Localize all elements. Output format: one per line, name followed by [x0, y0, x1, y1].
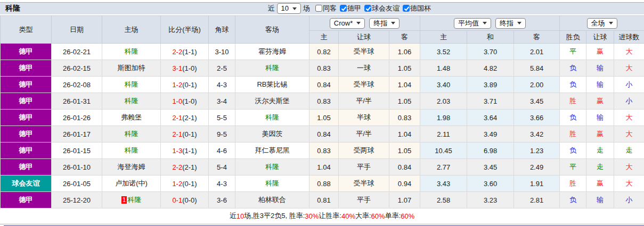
handicap-home-odds-cell: 0.82: [309, 44, 339, 60]
halftime-score: (1-1): [182, 48, 197, 56]
away-team-cell[interactable]: 霍芬海姆: [235, 44, 309, 60]
chevron-down-icon: [356, 22, 361, 24]
date-cell: 26-01-15: [52, 143, 102, 159]
col-header-date: 日期: [52, 16, 102, 44]
match-row: 德甲 26-02-21 科隆 2-2(1-1) 3-10 霍芬海姆 0.82 受…: [1, 44, 644, 60]
handicap-odds-stage-select[interactable]: 终指: [369, 18, 400, 29]
europe-away-odds-cell: 5.84: [514, 60, 560, 77]
away-team-cell[interactable]: 科隆: [235, 110, 309, 126]
summary-value: 60%: [401, 212, 414, 220]
handicap-line-cell: 受半球: [339, 175, 389, 192]
home-team-name: 科隆: [125, 146, 138, 154]
away-team-cell[interactable]: RB莱比锡: [235, 77, 309, 93]
subheader-result-handicap: 让球: [586, 31, 614, 44]
home-team-cell[interactable]: 科隆: [102, 77, 161, 93]
result-goals-cell: 小: [614, 77, 644, 93]
handicap-away-odds-cell: 1.04: [389, 77, 420, 93]
result-wdl-cell: 平: [560, 44, 586, 60]
score-cell: 1-0(1-0): [161, 93, 209, 110]
bookmaker-select[interactable]: Crow*: [330, 18, 365, 29]
home-team-cell[interactable]: 科隆: [102, 44, 161, 60]
europe-away-odds-cell: 3.66: [514, 110, 560, 126]
home-team-cell[interactable]: 科隆: [102, 126, 161, 143]
europe-draw-odds-cell: 6.98: [467, 143, 514, 159]
europe-odds-group-header: 平均值 终指: [420, 16, 560, 31]
halftime-score: (0-1): [182, 81, 197, 89]
average-odds-select[interactable]: 平均值: [454, 18, 491, 29]
corner-cell: 3-4: [209, 93, 235, 110]
summary-value: 10: [237, 212, 244, 220]
result-handicap-cell: 走: [586, 143, 614, 159]
league-cell: 德甲: [1, 159, 52, 175]
handicap-home-odds-cell: 0.83: [309, 60, 339, 77]
league-filter-德甲[interactable]: 德甲: [340, 4, 361, 13]
handicap-line-cell: 受半球: [339, 77, 389, 93]
away-team-cell[interactable]: 沃尔夫斯堡: [235, 93, 309, 110]
checkbox-checked-icon[interactable]: [340, 5, 347, 12]
match-row: 德甲 26-02-08 科隆 1-2(0-1) 4-3 RB莱比锡 0.84 受…: [1, 77, 644, 93]
result-handicap-cell: 走: [586, 159, 614, 175]
home-team-cell[interactable]: 1科隆: [102, 192, 161, 208]
match-count-select[interactable]: 10: [277, 3, 301, 14]
result-handicap-cell: 输: [586, 60, 614, 77]
home-team-cell[interactable]: 斯图加特: [102, 60, 161, 77]
fulltime-score: 1-2: [172, 180, 182, 188]
handicap-line-cell: 平手: [339, 192, 389, 208]
home-team-cell[interactable]: 科隆: [102, 93, 161, 110]
league-cell: 德甲: [1, 93, 52, 110]
near-label: 近: [268, 4, 275, 13]
home-team-cell[interactable]: 弗赖堡: [102, 110, 161, 126]
handicap-away-odds-cell: 0.84: [389, 159, 420, 175]
home-team-cell[interactable]: 科隆: [102, 143, 161, 159]
match-row: 球会友谊 26-01-05 卢加诺(中) 1-2(0-1) 4-3 科隆 0.8…: [1, 175, 644, 192]
away-team-cell[interactable]: 拜仁慕尼黑: [235, 143, 309, 159]
handicap-line-cell: 平/半: [339, 93, 389, 110]
league-filter-checkboxes: 同客德甲球会友谊德国杯: [312, 4, 431, 14]
handicap-home-odds-cell: 1.05: [309, 110, 339, 126]
score-cell: 1-2(0-1): [161, 175, 209, 192]
score-cell: 1-2(0-1): [161, 77, 209, 93]
checkbox-label: 德甲: [347, 4, 361, 13]
subheader-handicap-home: 主: [309, 31, 339, 44]
home-team-cell[interactable]: 海登海姆: [102, 159, 161, 175]
league-filter-德国杯[interactable]: 德国杯: [403, 4, 431, 13]
home-team-name: 科隆: [125, 47, 138, 55]
away-team-cell[interactable]: 柏林联合: [235, 192, 309, 208]
europe-home-odds-cell: 10.45: [420, 143, 467, 159]
corner-cell: 4-3: [209, 175, 235, 192]
europe-odds-stage-select[interactable]: 终指: [495, 18, 526, 29]
europe-draw-odds-cell: 3.71: [467, 93, 514, 110]
league-filter-球会友谊[interactable]: 球会友谊: [364, 4, 400, 13]
col-header-score: 比分(半场): [161, 16, 209, 44]
europe-draw-odds-cell: 3.70: [467, 44, 514, 60]
match-row: 德甲 26-01-10 海登海姆 2-2(2-1) 5-4 科隆 1.04 平手…: [1, 159, 644, 175]
checkbox-checked-icon[interactable]: [364, 5, 371, 12]
home-team-name: 科隆: [127, 196, 141, 204]
home-team-cell[interactable]: 卢加诺(中): [102, 175, 161, 192]
home-team-name: 卢加诺(中): [115, 179, 148, 187]
away-team-cell[interactable]: 美因茨: [235, 126, 309, 143]
europe-away-odds-cell: 3.45: [514, 93, 560, 110]
halftime-score: (1-0): [182, 64, 197, 72]
away-team-cell[interactable]: 科隆: [235, 60, 309, 77]
league-filter-同客[interactable]: 同客: [315, 4, 337, 13]
europe-away-odds-cell: 2.01: [514, 44, 560, 60]
match-row: 德甲 26-02-15 斯图加特 3-1(1-0) 2-5 科隆 0.83 一球…: [1, 60, 644, 77]
subheader-result-wdl: 胜负: [560, 31, 586, 44]
subheader-handicap-away: 客: [389, 31, 420, 44]
checkbox-checked-icon[interactable]: [403, 5, 410, 12]
col-header-away: 客场: [235, 16, 309, 44]
away-team-cell[interactable]: 科隆: [235, 175, 309, 192]
checkbox-label: 同客: [323, 4, 337, 13]
home-team-name: 海登海姆: [118, 163, 145, 171]
handicap-away-odds-cell: 1.04: [389, 126, 420, 143]
result-goals-cell: 小: [614, 192, 644, 208]
date-cell: 26-01-31: [52, 93, 102, 110]
away-team-cell[interactable]: 科隆: [235, 159, 309, 175]
summary-label: 场,胜3平2负5, 胜率:: [244, 211, 305, 221]
subheader-result-goals: 进球数: [614, 31, 644, 44]
handicap-line-cell: 受半球: [339, 44, 389, 60]
scope-select[interactable]: 全场: [587, 18, 617, 29]
checkbox-unchecked-icon[interactable]: [315, 5, 322, 12]
result-handicap-cell: 赢: [586, 175, 614, 192]
